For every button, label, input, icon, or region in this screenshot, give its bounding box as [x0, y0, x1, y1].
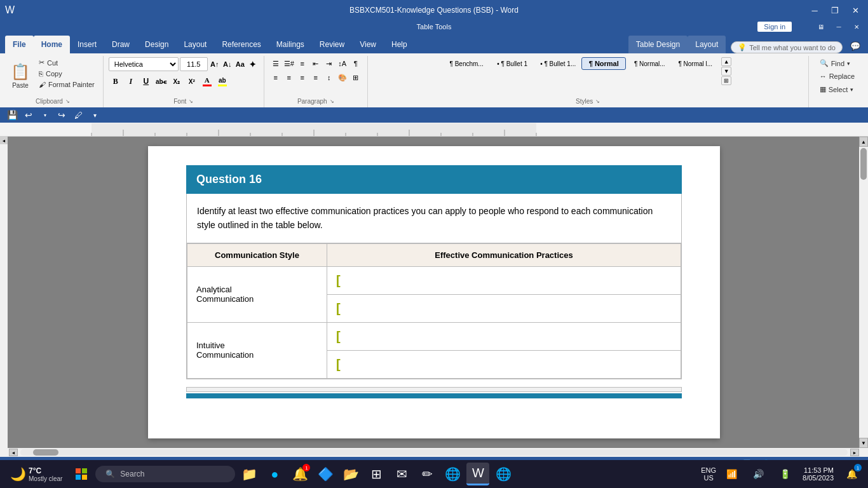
font-color-button[interactable]: A	[200, 74, 214, 88]
taskbar-app-apps[interactable]: ⊞	[365, 463, 388, 485]
taskbar-app-folder[interactable]: 📂	[339, 463, 362, 485]
battery-button[interactable]: 🔋	[773, 463, 796, 485]
clear-format-button[interactable]: ✦	[247, 57, 259, 71]
tab-view[interactable]: View	[352, 36, 384, 53]
wifi-button[interactable]: 📶	[720, 463, 743, 485]
tab-insert[interactable]: Insert	[70, 36, 104, 53]
select-button[interactable]: ▦ Select ▾	[814, 83, 860, 95]
format-painter-button[interactable]: 🖌 Format Painter	[36, 79, 98, 90]
sound-button[interactable]: 🔊	[747, 463, 770, 485]
highlight-button[interactable]: ab	[215, 74, 229, 88]
show-marks-button[interactable]: ¶	[349, 57, 362, 70]
align-left-button[interactable]: ≡	[269, 71, 282, 84]
font-expand[interactable]: ↘	[189, 98, 193, 104]
line-spacing-button[interactable]: ↕	[323, 71, 336, 84]
start-button[interactable]	[70, 463, 93, 485]
help-restore[interactable]: ─	[831, 19, 846, 34]
minimize-button[interactable]: ─	[807, 3, 822, 18]
horiz-thumb[interactable]	[33, 449, 58, 456]
styles-scroll-up[interactable]: ▲	[721, 57, 731, 66]
scroll-horiz-right[interactable]: ►	[850, 449, 859, 456]
more-qat-button[interactable]: ▾	[88, 108, 102, 122]
practice-cell-analytical-2[interactable]: [	[327, 294, 681, 322]
taskbar-app-edge-1[interactable]: 🔷	[314, 463, 337, 485]
sort-button[interactable]: ↕A	[336, 57, 349, 70]
language-tray-button[interactable]: ENG US	[701, 466, 716, 482]
numbering-button[interactable]: ☰#	[283, 57, 295, 70]
practice-cell-intuitive-2[interactable]: [	[327, 350, 681, 378]
scroll-left-button[interactable]: ◄	[0, 137, 8, 144]
styles-scroll-down[interactable]: ▼	[721, 67, 731, 76]
style-normall[interactable]: ¶ Normal l...	[673, 58, 717, 70]
tab-file[interactable]: File	[5, 36, 34, 53]
cut-button[interactable]: ✂ Cut	[36, 57, 98, 68]
tab-mailings[interactable]: Mailings	[269, 36, 312, 53]
superscript-button[interactable]: X²	[185, 74, 199, 88]
tab-references[interactable]: References	[214, 36, 268, 53]
taskbar-search[interactable]: 🔍 Search	[95, 466, 235, 482]
close-button[interactable]: ✕	[848, 3, 863, 18]
shading-button[interactable]: 🎨	[336, 71, 349, 84]
strikethrough-button[interactable]: abc̶	[154, 74, 168, 88]
undo-button[interactable]: ↩	[22, 108, 36, 122]
paste-button[interactable]: 📋 Paste	[8, 57, 33, 94]
tab-table-layout[interactable]: Layout	[688, 36, 726, 53]
tab-draw[interactable]: Draw	[104, 36, 137, 53]
comment-button[interactable]: 💬	[848, 38, 863, 53]
help-close[interactable]: ✕	[849, 19, 864, 34]
style-bullet1[interactable]: • ¶ Bullet 1	[490, 58, 534, 70]
redo-ink[interactable]: 🖊	[71, 108, 85, 122]
multilevel-button[interactable]: ≡	[296, 57, 309, 70]
increase-indent-button[interactable]: ⇥	[323, 57, 336, 70]
font-size-input[interactable]	[180, 57, 208, 71]
tab-help[interactable]: Help	[384, 36, 415, 53]
align-center-button[interactable]: ≡	[283, 71, 295, 84]
style-benchmark[interactable]: ¶ Benchm...	[444, 58, 489, 70]
style-normalv[interactable]: ¶ Normal...	[627, 58, 672, 70]
font-increase-button[interactable]: A↑	[209, 57, 220, 71]
style-normal[interactable]: ¶ Normal	[581, 57, 626, 70]
undo-arrow[interactable]: ▾	[38, 108, 52, 122]
align-right-button[interactable]: ≡	[296, 71, 309, 84]
italic-button[interactable]: I	[124, 74, 138, 88]
borders-button[interactable]: ⊞	[349, 71, 362, 84]
scroll-horiz-left[interactable]: ◄	[9, 449, 18, 456]
sign-in-button[interactable]: Sign in	[757, 22, 792, 32]
practice-cell-intuitive-1[interactable]: [	[327, 322, 681, 350]
tab-layout[interactable]: Layout	[176, 36, 214, 53]
taskbar-app-chrome1[interactable]: 🌐	[441, 463, 464, 485]
scroll-up-button[interactable]: ▲	[859, 137, 868, 147]
decrease-indent-button[interactable]: ⇤	[309, 57, 322, 70]
replace-button[interactable]: ↔ Replace	[814, 71, 860, 82]
taskbar-app-cortana[interactable]: ●	[263, 463, 286, 485]
taskbar-app-notifications[interactable]: 🔔 1	[288, 463, 311, 485]
restore-button[interactable]: ❐	[827, 3, 843, 18]
bold-button[interactable]: B	[109, 74, 123, 88]
redo-button[interactable]: ↪	[55, 108, 69, 122]
clock[interactable]: 11:53 PM 8/05/2023	[800, 465, 836, 483]
taskbar-app-notepad[interactable]: ✏	[416, 463, 438, 485]
styles-expand-btn[interactable]: ↘	[595, 98, 600, 104]
copy-button[interactable]: ⎘ Copy	[36, 69, 98, 79]
justify-button[interactable]: ≡	[309, 71, 322, 84]
save-qat-button[interactable]: 💾	[5, 108, 19, 122]
help-minimize[interactable]: 🖥	[813, 19, 829, 34]
taskbar-app-word[interactable]: W	[466, 463, 489, 485]
font-case-button[interactable]: Aa	[234, 57, 246, 71]
taskbar-app-outlook[interactable]: ✉	[390, 463, 413, 485]
subscript-button[interactable]: X₂	[170, 74, 184, 88]
tell-me-input[interactable]: 💡 Tell me what you want to do	[731, 41, 843, 53]
taskbar-app-files[interactable]: 📁	[238, 463, 261, 485]
tab-design[interactable]: Design	[137, 36, 176, 53]
taskbar-app-edge2[interactable]: 🌐	[492, 463, 515, 485]
styles-expand[interactable]: ⊞	[721, 76, 731, 85]
notification-center-button[interactable]: 🔔 1	[840, 463, 863, 485]
scroll-thumb[interactable]	[860, 148, 867, 180]
font-family-select[interactable]: Helvetica	[109, 57, 179, 71]
tab-review[interactable]: Review	[312, 36, 352, 53]
clipboard-expand[interactable]: ↘	[65, 98, 70, 104]
tab-table-design[interactable]: Table Design	[628, 36, 688, 53]
practice-cell-analytical-1[interactable]: [	[327, 266, 681, 294]
scroll-down-button[interactable]: ▼	[859, 438, 868, 448]
tab-home[interactable]: Home	[34, 36, 70, 53]
